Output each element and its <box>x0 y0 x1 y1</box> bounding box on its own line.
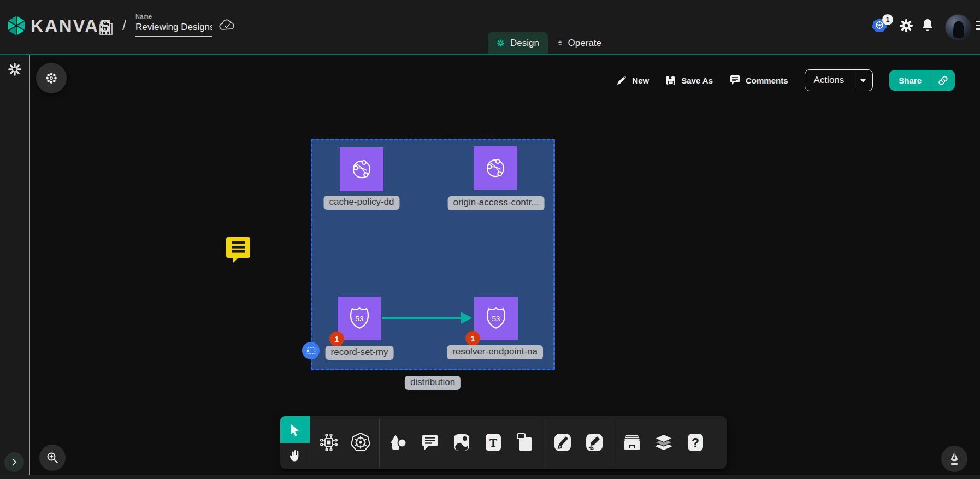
svg-text:53: 53 <box>492 315 500 323</box>
note-tool-button[interactable] <box>511 426 539 459</box>
image-icon <box>452 433 471 452</box>
question-mark-icon: ? <box>686 433 705 452</box>
cloudfront-globe-icon <box>482 155 509 181</box>
chip-icon <box>318 432 339 453</box>
hamburger-menu-icon[interactable] <box>976 21 980 30</box>
tab-design-label: Design <box>510 38 539 49</box>
meshery-flower-icon[interactable] <box>7 62 22 77</box>
route53-shield-icon: 53 <box>346 305 373 332</box>
breadcrumb-separator: / <box>122 17 126 34</box>
save-as-button[interactable]: Save As <box>665 75 713 86</box>
tab-operate-label: Operate <box>568 38 601 49</box>
library-tool-group: ? <box>613 416 714 469</box>
pen-tool-button[interactable] <box>548 426 577 459</box>
components-drawer-button[interactable] <box>618 426 646 459</box>
flower-gear-icon <box>45 72 58 85</box>
canvas-actions-toolbar: New Save As Comments Actions <box>616 69 955 91</box>
actions-split-button[interactable]: Actions <box>805 69 873 91</box>
canvas-comment-marker[interactable] <box>225 235 251 265</box>
user-avatar[interactable] <box>945 14 971 40</box>
annotation-tool-group: T <box>380 416 544 469</box>
node-label[interactable]: record-set-my <box>326 346 394 360</box>
hand-pan-icon <box>288 449 302 463</box>
drawer-archive-icon <box>622 433 642 452</box>
design-name-input[interactable] <box>135 21 212 37</box>
share-split-button[interactable]: Share <box>889 70 955 91</box>
layers-icon <box>653 432 675 453</box>
canvas-tool-dock: T <box>280 416 727 469</box>
text-tool-button[interactable]: T <box>479 426 507 459</box>
edge-record-to-resolver[interactable] <box>382 317 462 319</box>
zoom-in-button[interactable] <box>39 445 66 471</box>
svg-text:53: 53 <box>355 315 363 323</box>
note-card-icon <box>516 433 534 452</box>
tab-design[interactable]: Design <box>488 32 548 54</box>
sidebar-expand-button[interactable] <box>4 452 24 472</box>
layers-button[interactable] <box>650 426 678 459</box>
new-button-label: New <box>632 76 649 85</box>
node-label[interactable]: origin-access-contr... <box>448 196 545 210</box>
node-label[interactable]: resolver-endpoint-na <box>447 345 543 359</box>
save-as-button-label: Save As <box>681 76 713 85</box>
node-notification-badge[interactable]: 1 <box>329 332 344 346</box>
cloudfront-globe-icon <box>349 156 375 182</box>
svg-text:?: ? <box>692 436 699 450</box>
actions-dropdown-toggle[interactable] <box>853 70 872 91</box>
new-button[interactable]: New <box>616 75 649 86</box>
comments-button[interactable]: Comments <box>729 75 788 86</box>
whiteboarding-pen-button[interactable] <box>941 446 967 472</box>
name-field-label: Name <box>135 13 152 20</box>
kanvas-logo-icon[interactable] <box>7 14 26 39</box>
text-icon: T <box>484 433 503 452</box>
pan-tool-button[interactable] <box>280 443 310 469</box>
edge-arrowhead <box>461 312 472 324</box>
chevron-right-icon <box>9 457 19 467</box>
bottom-edge-strip <box>0 475 980 479</box>
tab-operate[interactable]: Operate <box>549 32 610 54</box>
group-selection-handle[interactable] <box>302 342 320 359</box>
canvas-widgets-button[interactable] <box>36 63 67 93</box>
help-button[interactable]: ? <box>681 426 710 459</box>
svg-text:T: T <box>489 436 497 450</box>
kubernetes-components-button[interactable] <box>346 426 375 459</box>
shapes-tool-button[interactable] <box>384 426 412 459</box>
chevron-down-icon <box>860 79 866 82</box>
infrastructure-components-button[interactable] <box>315 426 343 459</box>
node-origin-access-control[interactable] <box>474 146 517 190</box>
route53-shield-icon: 53 <box>483 305 509 332</box>
node-resolver-endpoint[interactable]: 53 <box>474 297 518 340</box>
infrastructure-tool-group <box>310 416 379 469</box>
organization-icon[interactable] <box>98 17 114 36</box>
pencil-scribble-icon <box>585 432 604 453</box>
kubernetes-helm-icon <box>350 431 371 453</box>
select-tool-button[interactable] <box>280 416 310 443</box>
group-label[interactable]: distribution <box>405 376 461 390</box>
pencil-sketch-button[interactable] <box>580 426 609 459</box>
node-label[interactable]: cache-policy-dd <box>323 196 399 210</box>
notifications-bell-icon[interactable] <box>921 18 934 33</box>
node-cache-policy[interactable] <box>340 147 383 191</box>
marquee-selection-icon <box>306 347 316 355</box>
link-icon <box>938 75 948 86</box>
copy-link-button[interactable] <box>931 70 955 91</box>
cursor-arrow-icon <box>288 423 302 436</box>
header-bar: KANVAS / Name <box>0 0 980 54</box>
node-record-set[interactable]: 53 <box>338 297 381 340</box>
operator-headset-icon <box>558 37 563 50</box>
comment-bubble-icon <box>420 433 440 452</box>
pencil-new-icon <box>616 75 627 86</box>
comment-tool-button[interactable] <box>416 426 444 459</box>
share-button-label[interactable]: Share <box>889 70 931 91</box>
magnifier-plus-icon <box>46 451 59 464</box>
node-notification-badge[interactable]: 1 <box>465 331 480 346</box>
actions-button-label[interactable]: Actions <box>805 70 853 91</box>
cloud-sync-icon[interactable] <box>219 19 236 33</box>
left-sidebar <box>0 55 29 479</box>
shapes-icon <box>388 432 409 453</box>
design-flower-icon <box>497 37 505 49</box>
kubernetes-connection-count-badge[interactable]: 1 <box>882 14 893 25</box>
image-tool-button[interactable] <box>447 426 476 459</box>
floppy-save-icon <box>665 75 676 86</box>
settings-gear-icon[interactable] <box>899 19 913 33</box>
comment-bubble-icon <box>729 75 741 86</box>
